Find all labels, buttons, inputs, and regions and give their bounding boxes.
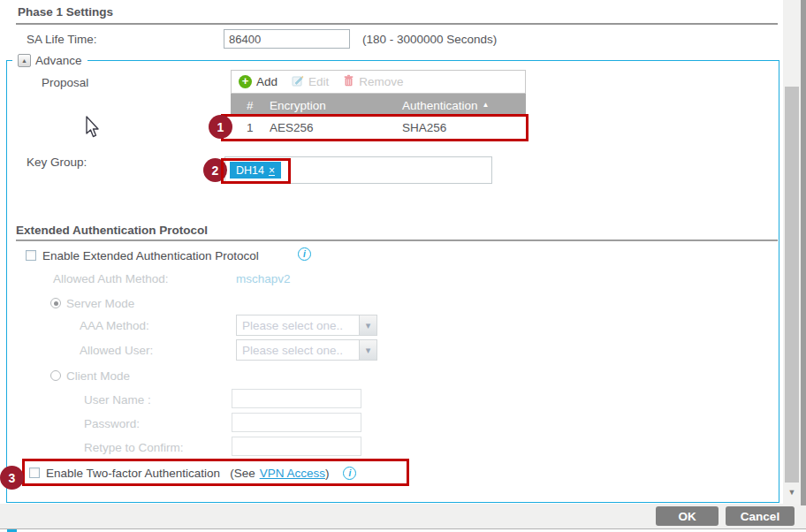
page-title: Phase 1 Settings bbox=[18, 5, 113, 19]
retype-confirm-input bbox=[232, 437, 361, 456]
proposal-label: Proposal bbox=[42, 76, 88, 89]
vpn-access-link[interactable]: VPN Access bbox=[260, 467, 325, 480]
user-name-label: User Name : bbox=[84, 393, 151, 407]
remove-button: Remove bbox=[343, 74, 403, 89]
password-input bbox=[232, 413, 361, 432]
two-factor-label: Enable Two-factor Authentication bbox=[46, 467, 220, 480]
dialog-bottom-edge bbox=[0, 528, 806, 532]
user-name-input bbox=[232, 389, 361, 408]
remove-label: Remove bbox=[359, 75, 403, 88]
scrollbar-down-arrow-icon[interactable]: ▼ bbox=[783, 483, 801, 501]
ok-button[interactable]: OK bbox=[656, 506, 719, 526]
client-mode-radio bbox=[50, 370, 61, 381]
two-factor-info-icon[interactable]: i bbox=[343, 467, 356, 480]
allowed-auth-method-label: Allowed Auth Method: bbox=[53, 272, 169, 285]
enable-two-factor-checkbox[interactable] bbox=[29, 467, 40, 478]
see-prefix-text: (See bbox=[230, 467, 255, 480]
add-label: Add bbox=[256, 75, 278, 88]
allowed-user-select: Please select one.. ▾ bbox=[236, 339, 377, 361]
sort-ascending-icon: ▲ bbox=[483, 102, 490, 109]
authentication-header-label: Authentication bbox=[402, 99, 478, 112]
eap-divider bbox=[16, 239, 778, 241]
annotation-badge-1: 1 bbox=[209, 115, 232, 139]
annotation-box-2 bbox=[221, 158, 291, 184]
enable-eap-checkbox[interactable] bbox=[26, 250, 36, 261]
proposal-toolbar: + Add Edit Remove bbox=[231, 70, 526, 94]
client-mode-label: Client Mode bbox=[66, 369, 130, 383]
password-label: Password: bbox=[84, 417, 140, 430]
aaa-method-select: Please select one.. ▾ bbox=[236, 315, 377, 336]
server-mode-label: Server Mode bbox=[66, 297, 134, 310]
advance-label: Advance bbox=[35, 54, 82, 67]
cancel-button[interactable]: Cancel bbox=[726, 506, 795, 526]
dropdown-arrow-icon: ▾ bbox=[359, 315, 376, 335]
collapse-advance-button[interactable]: ▲ bbox=[18, 54, 31, 67]
server-mode-radio bbox=[50, 298, 61, 308]
edit-pencil-icon bbox=[292, 74, 304, 89]
title-divider bbox=[16, 23, 778, 25]
eap-info-icon[interactable]: i bbox=[298, 247, 311, 261]
two-factor-row: Enable Two-factor Authentication (See VP… bbox=[29, 463, 356, 483]
column-header-authentication[interactable]: Authentication ▲ bbox=[402, 99, 526, 112]
retype-confirm-label: Retype to Confirm: bbox=[84, 441, 184, 454]
aaa-method-selected-value: Please select one.. bbox=[237, 319, 359, 332]
annotation-box-1 bbox=[221, 114, 528, 141]
remove-trash-icon bbox=[343, 74, 354, 89]
phase1-settings-dialog: Phase 1 Settings SA Life Time: (180 - 30… bbox=[0, 0, 806, 532]
enable-eap-label: Enable Extended Authentication Protocol bbox=[42, 249, 259, 262]
add-icon: + bbox=[239, 75, 252, 88]
sa-life-time-range-hint: (180 - 3000000 Seconds) bbox=[362, 33, 497, 46]
eap-section-title: Extended Authentication Protocol bbox=[16, 224, 208, 237]
dropdown-arrow-icon: ▾ bbox=[359, 340, 376, 360]
edit-label: Edit bbox=[308, 75, 329, 88]
column-header-number[interactable]: # bbox=[247, 99, 270, 112]
annotation-badge-3: 3 bbox=[0, 466, 24, 490]
allowed-auth-method-value: mschapv2 bbox=[236, 272, 291, 285]
sa-life-time-input[interactable] bbox=[224, 29, 350, 49]
key-group-label: Key Group: bbox=[27, 156, 87, 169]
add-button[interactable]: + Add bbox=[239, 75, 278, 88]
column-header-encryption[interactable]: Encryption bbox=[270, 99, 402, 112]
sa-life-time-label: SA Life Time: bbox=[27, 33, 97, 46]
advance-legend: ▲ Advance bbox=[12, 53, 87, 68]
allowed-user-selected-value: Please select one.. bbox=[237, 344, 359, 357]
collapse-arrow-icon: ▲ bbox=[21, 57, 27, 64]
window-edge bbox=[801, 0, 806, 505]
edit-button: Edit bbox=[292, 74, 329, 89]
allowed-user-label: Allowed User: bbox=[80, 344, 153, 357]
scrollbar-thumb[interactable] bbox=[785, 87, 799, 483]
see-suffix-text: ) bbox=[325, 467, 330, 480]
aaa-method-label: AAA Method: bbox=[80, 319, 149, 332]
